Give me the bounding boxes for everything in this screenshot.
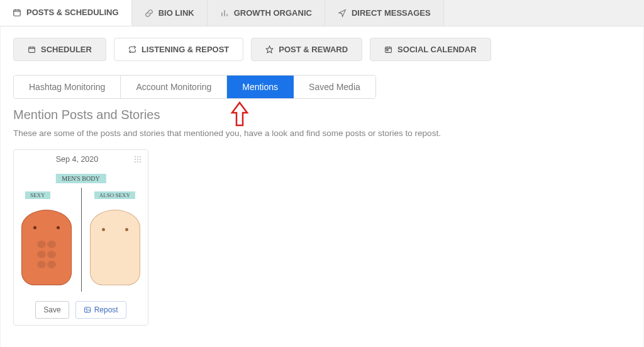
tab-posts-scheduling[interactable]: POSTS & SCHEDULING [0, 0, 132, 26]
content-area: SCHEDULER LISTENING & REPOST POST & REWA… [0, 26, 644, 347]
tab-label: BIO LINK [158, 8, 194, 18]
svg-point-15 [86, 309, 87, 310]
subtab-mentions[interactable]: Mentions [227, 76, 294, 98]
calendar-icon [28, 45, 36, 54]
image-right-label: ALSO SEXY [94, 191, 135, 199]
tab-label: LISTENING & REPOST [142, 45, 229, 54]
star-icon [265, 45, 274, 54]
svg-rect-0 [14, 9, 21, 15]
bar-chart-icon [220, 9, 229, 18]
tab-social-calendar[interactable]: SOCIAL CALENDAR [370, 38, 491, 61]
send-icon [338, 9, 347, 18]
illustration-right [90, 210, 140, 285]
tab-bio-link[interactable]: BIO LINK [132, 0, 208, 26]
repost-button[interactable]: Repost [75, 301, 126, 319]
svg-point-13 [140, 161, 141, 162]
image-banner: MEN'S BODY [55, 174, 106, 183]
grid-icon[interactable] [134, 156, 142, 163]
svg-point-8 [135, 159, 136, 160]
save-button[interactable]: Save [35, 301, 69, 319]
post-card: Sep 4, 2020 MEN'S BODY SEXY ALSO SEXY [13, 149, 148, 326]
tab-label: SOCIAL CALENDAR [397, 45, 476, 54]
tab-post-reward[interactable]: POST & REWARD [251, 38, 362, 61]
calendar-icon [13, 8, 21, 17]
svg-point-7 [140, 156, 141, 157]
subtab-account-monitoring[interactable]: Account Monitoring [121, 76, 227, 98]
svg-point-11 [135, 161, 136, 162]
calendar-square-icon [384, 45, 392, 54]
tab-listening-repost[interactable]: LISTENING & REPOST [114, 38, 243, 61]
save-label: Save [43, 305, 60, 314]
sub-tabs: Hashtag Monitoring Account Monitoring Me… [13, 75, 376, 99]
post-date: Sep 4, 2020 [20, 155, 134, 164]
svg-point-6 [137, 156, 138, 157]
top-tabs: POSTS & SCHEDULING BIO LINK GROWTH ORGAN… [0, 0, 644, 26]
svg-point-12 [137, 161, 138, 162]
tab-label: SCHEDULER [41, 45, 92, 54]
svg-point-5 [135, 156, 136, 157]
tab-label: POSTS & SCHEDULING [26, 8, 119, 17]
subtab-saved-media[interactable]: Saved Media [294, 76, 375, 98]
tab-direct-messages[interactable]: DIRECT MESSAGES [325, 0, 444, 26]
repost-label: Repost [94, 305, 118, 314]
link-icon [145, 9, 153, 18]
repost-icon [128, 45, 136, 54]
tab-growth-organic[interactable]: GROWTH ORGANIC [208, 0, 325, 26]
svg-point-9 [137, 159, 138, 160]
subtab-hashtag-monitoring[interactable]: Hashtag Monitoring [14, 76, 121, 98]
tab-scheduler[interactable]: SCHEDULER [13, 38, 106, 61]
post-image[interactable]: MEN'S BODY SEXY ALSO SEXY [14, 169, 148, 295]
tab-label: DIRECT MESSAGES [352, 8, 431, 18]
svg-point-10 [140, 159, 141, 160]
illustration-left [21, 210, 72, 285]
page-title: Mention Posts and Stories [13, 108, 631, 122]
image-icon [84, 306, 91, 314]
image-divider [81, 188, 82, 292]
svg-marker-2 [266, 46, 273, 53]
tab-label: GROWTH ORGANIC [234, 8, 312, 18]
svg-rect-1 [29, 47, 35, 53]
tab-label: POST & REWARD [279, 45, 348, 54]
svg-rect-4 [387, 50, 388, 51]
image-left-label: SEXY [25, 191, 50, 199]
page-subtitle: These are some of the posts and stories … [13, 128, 631, 138]
secondary-tabs: SCHEDULER LISTENING & REPOST POST & REWA… [13, 38, 631, 61]
